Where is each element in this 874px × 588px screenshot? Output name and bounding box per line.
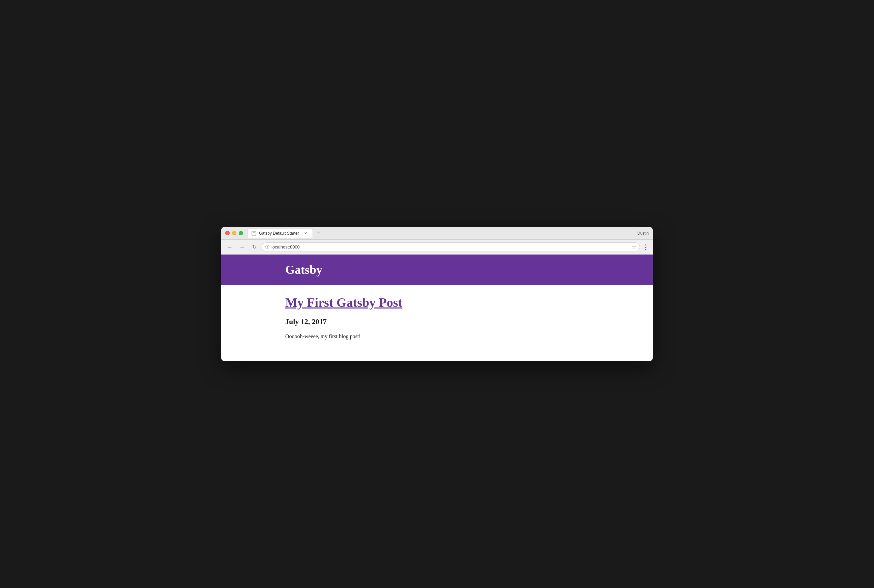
site-title: Gatsby (285, 262, 589, 277)
forward-button[interactable]: → (237, 242, 247, 252)
browser-window: Gatsby Default Starter ✕ + Dustin ← → ↻ … (221, 227, 653, 361)
post-date: July 12, 2017 (285, 317, 589, 326)
site-header-inner: Gatsby (275, 262, 599, 277)
tab-bar: Gatsby Default Starter ✕ + (247, 229, 637, 238)
page-content: Gatsby My First Gatsby Post July 12, 201… (221, 255, 653, 361)
active-tab[interactable]: Gatsby Default Starter ✕ (247, 229, 313, 238)
bookmark-icon[interactable]: ☆ (631, 244, 636, 250)
tab-title: Gatsby Default Starter (259, 231, 299, 236)
address-bar[interactable]: ⓘ ☆ (262, 242, 640, 252)
maximize-button[interactable] (239, 231, 243, 236)
close-button[interactable] (225, 231, 229, 236)
profile-name: Dustin (637, 231, 649, 236)
traffic-lights (225, 231, 243, 236)
post-excerpt: Oooooh-weeee, my first blog post! (285, 332, 589, 341)
browser-menu-button[interactable]: ⋮ (643, 243, 649, 251)
minimize-button[interactable] (232, 231, 236, 236)
post-title-link[interactable]: My First Gatsby Post (285, 296, 402, 309)
url-input[interactable] (271, 244, 630, 249)
new-tab-button[interactable]: + (314, 229, 324, 238)
reload-button[interactable]: ↻ (249, 242, 259, 252)
tab-close-button[interactable]: ✕ (303, 231, 309, 236)
lock-icon: ⓘ (265, 244, 270, 250)
back-button[interactable]: ← (225, 242, 235, 252)
site-header: Gatsby (221, 255, 653, 285)
browser-titlebar: Gatsby Default Starter ✕ + Dustin (221, 227, 653, 240)
browser-toolbar: ← → ↻ ⓘ ☆ ⋮ (221, 240, 653, 255)
tab-page-icon (252, 231, 256, 236)
site-main: My First Gatsby Post July 12, 2017 Ooooo… (275, 285, 599, 361)
post-title: My First Gatsby Post (285, 295, 589, 310)
